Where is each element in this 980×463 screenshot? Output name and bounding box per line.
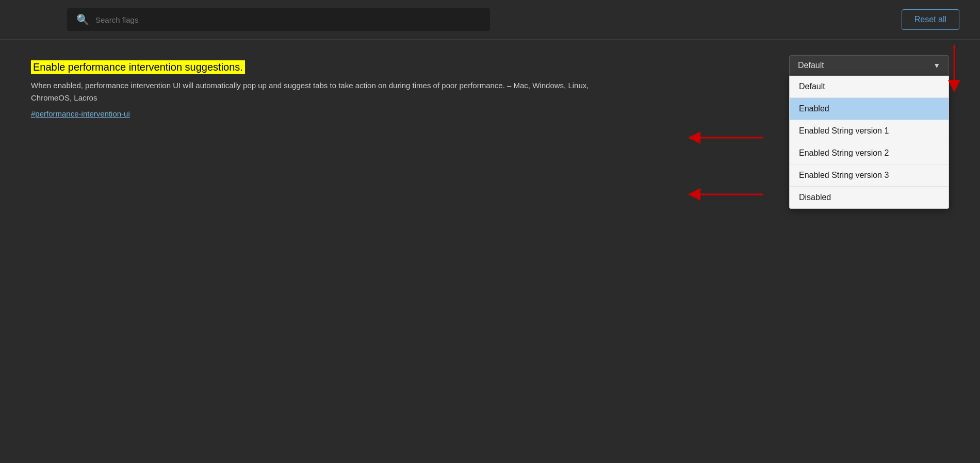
dropdown-header[interactable]: Default ▼ [789, 55, 949, 76]
arrow-enabled [681, 122, 784, 153]
search-icon: 🔍 [76, 13, 89, 26]
arrow-version3 [681, 179, 784, 210]
dropdown-option[interactable]: Enabled [790, 98, 949, 120]
dropdown-option[interactable]: Enabled String version 2 [790, 142, 949, 164]
dropdown-option[interactable]: Default [790, 76, 949, 98]
dropdown-option[interactable]: Enabled String version 3 [790, 164, 949, 187]
flag-title: Enable performance intervention suggesti… [31, 60, 245, 74]
top-bar: 🔍 Reset all [0, 0, 980, 39]
flag-description: When enabled, performance intervention U… [31, 79, 598, 104]
content-area: Enable performance intervention suggesti… [0, 40, 980, 139]
dropdown-container: Default ▼ DefaultEnabledEnabled String v… [789, 55, 949, 209]
dropdown-option[interactable]: Enabled String version 1 [790, 120, 949, 142]
dropdown-list: DefaultEnabledEnabled String version 1En… [789, 76, 949, 209]
reset-all-button[interactable]: Reset all [902, 9, 959, 30]
dropdown-option[interactable]: Disabled [790, 187, 949, 208]
dropdown-current-value: Default [798, 61, 824, 70]
chevron-down-icon: ▼ [933, 61, 940, 70]
flag-link[interactable]: #performance-intervention-ui [31, 109, 130, 118]
search-box: 🔍 [67, 8, 490, 31]
search-input[interactable] [95, 15, 481, 24]
